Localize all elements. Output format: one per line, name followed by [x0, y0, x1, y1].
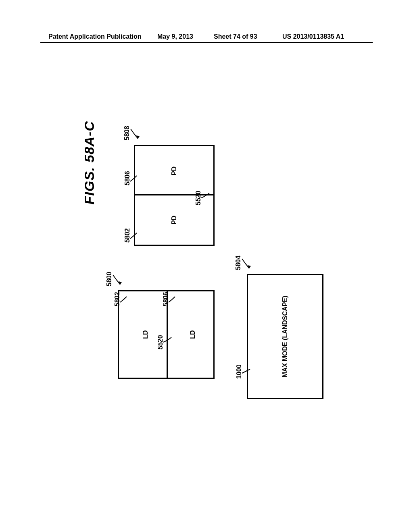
- callout-5806-a: 5806: [162, 292, 169, 306]
- callout-5808: 5808: [123, 126, 131, 140]
- label-ld-top: LD: [142, 330, 149, 339]
- callout-5802-c: 5802: [124, 228, 131, 243]
- header-rule: [40, 42, 373, 43]
- callout-5520-c: 5520: [195, 191, 202, 205]
- callout-5806-c: 5806: [124, 171, 131, 185]
- figure-title: FIGS. 58A-C: [81, 121, 97, 204]
- callout-5804: 5804: [235, 256, 242, 270]
- sheet-no: Sheet 74 of 93: [214, 33, 257, 40]
- callout-5802-a: 5802: [114, 292, 121, 306]
- label-max-mode: MAX MODE (LANDSCAPE): [282, 296, 289, 378]
- callout-5520-a: 5520: [157, 335, 164, 349]
- pub-type: Patent Application Publication: [48, 33, 142, 40]
- ref-5804: 5804: [235, 256, 242, 270]
- fig-58b-frame: MAX MODE (LANDSCAPE): [247, 274, 323, 399]
- callout-5800: 5800: [106, 272, 113, 286]
- callout-1000: 1000: [236, 364, 243, 379]
- pub-number: US 2013/0113835 A1: [282, 33, 344, 40]
- fig-58c-frame: PD PD 5520: [134, 145, 215, 246]
- label-pd-right: PD: [171, 166, 178, 175]
- ref-5808: 5808: [123, 126, 130, 140]
- ref-5800: 5800: [106, 272, 113, 286]
- pub-date: May 9, 2013: [157, 33, 193, 40]
- figure-group: FIGS. 58A-C LD LD 5520 5800 5802: [81, 113, 332, 443]
- label-ld-bottom: LD: [189, 330, 196, 339]
- label-pd-left: PD: [171, 216, 178, 224]
- page: Patent Application Publication May 9, 20…: [0, 0, 413, 532]
